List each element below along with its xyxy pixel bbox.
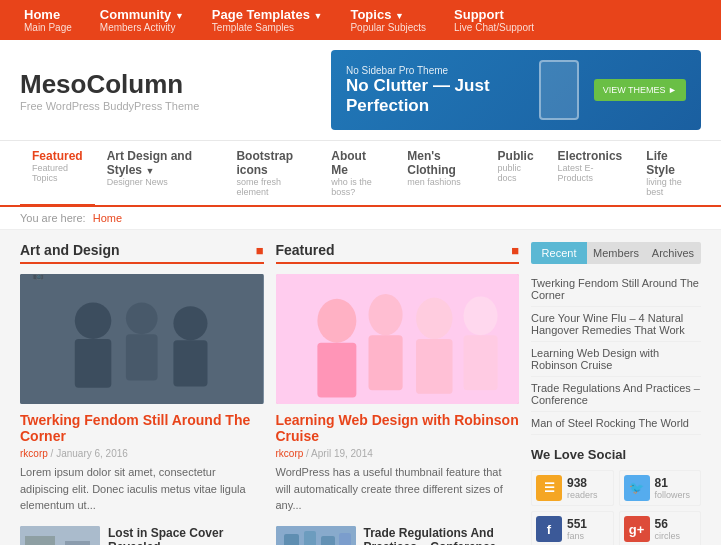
svg-rect-18 [368, 335, 402, 390]
gplus-label: circles [655, 531, 681, 541]
secnav-mens-main: Men's Clothing [407, 149, 473, 177]
featured-small-1-title[interactable]: Trade Regulations And Practices – Confer… [364, 526, 520, 546]
nav-item-support[interactable]: Support Live Chat/Support [440, 0, 548, 40]
sidebar-tabs: Recent Members Archives [531, 242, 701, 264]
svg-point-15 [317, 299, 356, 343]
nav-home-main: Home [24, 7, 72, 22]
sidebar-tab-archives[interactable]: Archives [645, 242, 701, 264]
svg-rect-9 [25, 536, 55, 546]
svg-rect-16 [317, 343, 356, 398]
art-small-post-1: Lost in Space Cover Revealed rkcorp / Oc… [20, 526, 264, 546]
featured-small-1-content: Trade Regulations And Practices – Confer… [364, 526, 520, 546]
secnav-public[interactable]: Public public docs [486, 141, 546, 205]
social-rss[interactable]: ☰ 938 readers [531, 470, 614, 506]
svg-point-3 [126, 302, 158, 334]
art-small-post-1-img [20, 526, 100, 546]
nav-topics-sub: Popular Subjects [350, 22, 426, 33]
social-twitter[interactable]: 🐦 81 followers [619, 470, 702, 506]
art-featured-title-link[interactable]: Twerking Fendom Still Around The Corner [20, 412, 264, 444]
social-title: We Love Social [531, 447, 701, 462]
recent-post-0[interactable]: Twerking Fendom Still Around The Corner [531, 272, 701, 307]
svg-rect-24 [284, 534, 299, 546]
secnav-art-design[interactable]: Art Design and Styles ▼ Designer News [95, 141, 225, 205]
facebook-info: 551 fans [567, 517, 587, 541]
art-featured-meta: rkcorp / January 6, 2016 [20, 448, 264, 459]
recent-post-2[interactable]: Learning Web Design with Robinson Cruise [531, 342, 701, 377]
sidebar-tab-members[interactable]: Members [587, 242, 645, 264]
svg-rect-10 [65, 541, 90, 546]
recent-post-1[interactable]: Cure Your Wine Flu – 4 Natural Hangover … [531, 307, 701, 342]
secnav-art-main: Art Design and Styles ▼ [107, 149, 213, 177]
main-layout: Art and Design ■ 📷 Twerking Fendom Still… [0, 230, 721, 545]
rss-icon: ☰ [536, 475, 562, 501]
secnav-featured[interactable]: Featured Featured Topics [20, 141, 95, 207]
facebook-icon: f [536, 516, 562, 542]
banner-large-text: No Clutter — Just Perfection [346, 76, 524, 116]
svg-point-5 [173, 306, 207, 340]
header-banner[interactable]: No Sidebar Pro Theme No Clutter — Just P… [331, 50, 701, 130]
art-featured-date: January 6, 2016 [56, 448, 128, 459]
banner-button[interactable]: VIEW THEMES ► [594, 79, 686, 101]
secnav-aboutme[interactable]: About Me who is the boss? [319, 141, 395, 205]
secnav-lifestyle-main: Life Style [646, 149, 689, 177]
secnav-featured-main: Featured [32, 149, 83, 163]
art-small-post-1-content: Lost in Space Cover Revealed rkcorp / Oc… [108, 526, 264, 546]
svg-point-1 [75, 302, 112, 339]
secnav-electronics[interactable]: Electronics Latest E-Products [546, 141, 635, 205]
breadcrumb-prefix: You are here: [20, 212, 86, 224]
twitter-info: 81 followers [655, 476, 691, 500]
site-title: MesoColumn [20, 69, 199, 100]
featured-small-post-1: Trade Regulations And Practices – Confer… [276, 526, 520, 546]
svg-point-19 [416, 298, 453, 339]
secnav-aboutme-sub: who is the boss? [331, 177, 383, 197]
sidebar: Recent Members Archives Twerking Fendom … [531, 242, 701, 545]
featured-small-1-img [276, 526, 356, 546]
featured-post-date: April 19, 2014 [311, 448, 373, 459]
nav-item-topics[interactable]: Topics ▼ Popular Subjects [336, 0, 440, 40]
secnav-mens-sub: men fashions [407, 177, 473, 187]
rss-info: 938 readers [567, 476, 598, 500]
twitter-count: 81 [655, 476, 691, 490]
svg-rect-6 [173, 340, 207, 386]
art-design-rss-icon[interactable]: ■ [256, 243, 264, 258]
secondary-nav: Featured Featured Topics Art Design and … [0, 141, 721, 207]
secnav-lifestyle-sub: living the best [646, 177, 689, 197]
breadcrumb-home-link[interactable]: Home [93, 212, 122, 224]
svg-rect-26 [321, 536, 335, 546]
recent-post-3[interactable]: Trade Regulations And Practices – Confer… [531, 377, 701, 412]
nav-item-home[interactable]: Home Main Page [10, 0, 86, 40]
art-design-featured-post: 📷 Twerking Fendom Still Around The Corne… [20, 274, 264, 514]
featured-title: Featured [276, 242, 335, 258]
featured-post-meta: rkcorp / April 19, 2014 [276, 448, 520, 459]
featured-post-title-link[interactable]: Learning Web Design with Robinson Cruise [276, 412, 520, 444]
rss-count: 938 [567, 476, 598, 490]
secnav-lifestyle[interactable]: Life Style living the best [634, 141, 701, 205]
featured-post-excerpt: WordPress has a useful thumbnail feature… [276, 464, 520, 514]
secnav-aboutme-main: About Me [331, 149, 383, 177]
recent-posts-list: Twerking Fendom Still Around The Corner … [531, 272, 701, 435]
nav-topics-main: Topics ▼ [350, 7, 426, 22]
gplus-icon: g+ [624, 516, 650, 542]
sidebar-tab-recent[interactable]: Recent [531, 242, 587, 264]
recent-post-4[interactable]: Man of Steel Rocking The World [531, 412, 701, 435]
secnav-public-sub: public docs [498, 163, 534, 183]
social-grid: ☰ 938 readers 🐦 81 followers f 551 fans [531, 470, 701, 545]
rss-label: readers [567, 490, 598, 500]
nav-community-main: Community ▼ [100, 7, 184, 22]
logo-area: MesoColumn Free WordPress BuddyPress The… [20, 69, 199, 112]
featured-main-post: Learning Web Design with Robinson Cruise… [276, 274, 520, 514]
nav-item-page-templates[interactable]: Page Templates ▼ Template Samples [198, 0, 337, 40]
featured-rss-icon[interactable]: ■ [511, 243, 519, 258]
secnav-bootstrap-main: Bootstrap icons [236, 149, 307, 177]
banner-phone [539, 60, 579, 120]
art-design-header: Art and Design ■ [20, 242, 264, 264]
secnav-bootstrap[interactable]: Bootstrap icons some fresh element [224, 141, 319, 205]
social-facebook[interactable]: f 551 fans [531, 511, 614, 545]
breadcrumb: You are here: Home [0, 207, 721, 230]
nav-pagetemplates-main: Page Templates ▼ [212, 7, 323, 22]
art-small-post-1-title[interactable]: Lost in Space Cover Revealed [108, 526, 264, 546]
secnav-public-main: Public [498, 149, 534, 163]
nav-item-community[interactable]: Community ▼ Members Activity [86, 0, 198, 40]
secnav-mens-clothing[interactable]: Men's Clothing men fashions [395, 141, 485, 205]
social-gplus[interactable]: g+ 56 circles [619, 511, 702, 545]
